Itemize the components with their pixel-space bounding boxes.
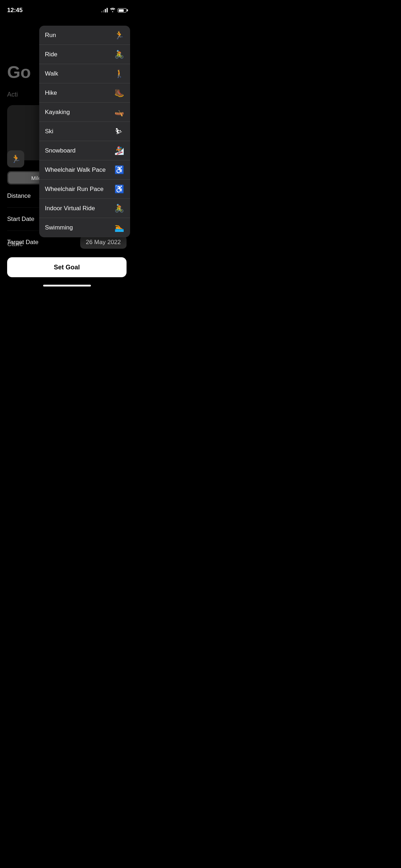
dropdown-label-hike: Hike (45, 89, 57, 97)
activity-icon: 🏃 (7, 150, 24, 167)
form-value-target-date[interactable]: 26 May 2022 (80, 236, 127, 249)
dropdown-item-wheelchair-walk[interactable]: Wheelchair Walk Pace♿ (39, 160, 130, 180)
dropdown-item-kayaking[interactable]: Kayaking🛶 (39, 103, 130, 122)
dropdown-label-wheelchair-walk: Wheelchair Walk Pace (45, 166, 106, 174)
bg-title: Go (7, 62, 31, 82)
dropdown-item-run[interactable]: Run🏃 (39, 26, 130, 45)
dropdown-label-ski: Ski (45, 128, 53, 135)
dropdown-label-swimming: Swimming (45, 224, 73, 231)
bg-activity-label: Acti (7, 91, 18, 98)
dropdown-icon-hike: 🥾 (114, 88, 124, 98)
dropdown-label-walk: Walk (45, 70, 58, 77)
dropdown-icon-ride: 🚴 (114, 50, 124, 59)
dropdown-icon-run: 🏃 (114, 31, 124, 40)
set-goal-button[interactable]: Set Goal (7, 257, 127, 277)
dropdown-item-snowboard[interactable]: Snowboard🏂 (39, 141, 130, 160)
form-label-target-date: Target Date (7, 239, 38, 246)
dropdown-item-hike[interactable]: Hike🥾 (39, 83, 130, 103)
dropdown-icon-walk: 🚶 (114, 69, 124, 78)
dropdown-icon-snowboard: 🏂 (114, 146, 124, 155)
dropdown-item-swimming[interactable]: Swimming🏊 (39, 218, 130, 237)
form-label-start-date: Start Date (7, 216, 35, 223)
home-indicator (43, 285, 91, 286)
dropdown-label-kayaking: Kayaking (45, 109, 70, 116)
dropdown-icon-kayaking: 🛶 (114, 108, 124, 117)
dropdown-item-indoor-ride[interactable]: Indoor Virtual Ride🚴 (39, 199, 130, 218)
dropdown-icon-wheelchair-run: ♿ (114, 185, 124, 194)
dropdown-item-wheelchair-run[interactable]: Wheelchair Run Pace♿ (39, 180, 130, 199)
dropdown-label-indoor-ride: Indoor Virtual Ride (45, 205, 95, 212)
dropdown-label-ride: Ride (45, 51, 57, 58)
dropdown-icon-indoor-ride: 🚴 (114, 204, 124, 213)
dropdown-item-ski[interactable]: Ski⛷ (39, 122, 130, 141)
dropdown-label-wheelchair-run: Wheelchair Run Pace (45, 186, 103, 193)
activity-dropdown: Run🏃Ride🚴Walk🚶Hike🥾Kayaking🛶Ski⛷Snowboar… (39, 26, 130, 237)
dropdown-icon-ski: ⛷ (114, 127, 124, 136)
dropdown-item-walk[interactable]: Walk🚶 (39, 64, 130, 83)
dropdown-label-run: Run (45, 32, 56, 39)
dropdown-item-ride[interactable]: Ride🚴 (39, 45, 130, 64)
form-label-distance: Distance (7, 192, 31, 200)
dropdown-label-snowboard: Snowboard (45, 147, 76, 154)
dropdown-icon-swimming: 🏊 (114, 223, 124, 232)
dropdown-icon-wheelchair-walk: ♿ (114, 165, 124, 175)
